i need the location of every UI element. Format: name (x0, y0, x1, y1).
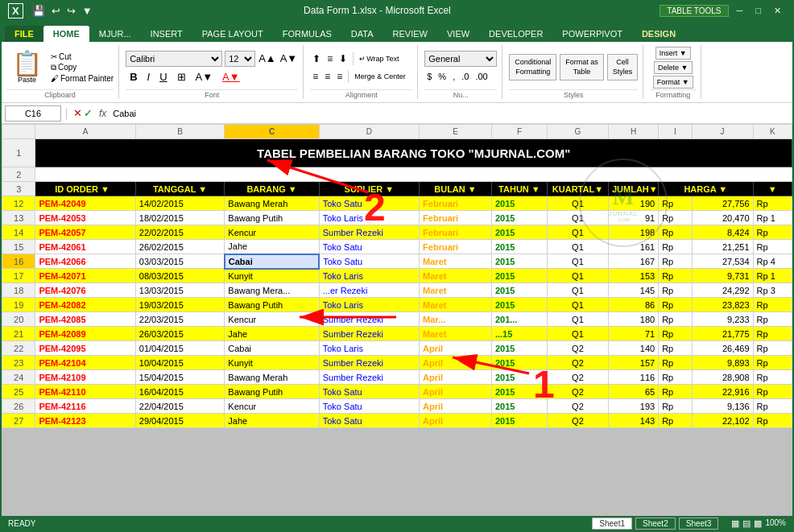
font-size-select[interactable]: 12 (225, 51, 255, 67)
wrap-text-btn[interactable]: ↵ Wrap Text (357, 52, 401, 65)
cell-suplier-20[interactable]: Sumber Rezeki (319, 312, 419, 327)
cell-id-13[interactable]: PEM-42053 (35, 211, 135, 225)
col-header-id[interactable]: ID ORDER ▼ (35, 182, 135, 196)
cell-jumlah-15[interactable]: 161 (608, 240, 658, 254)
cell-jumlah-12[interactable]: 190 (608, 196, 658, 211)
col-header-d[interactable]: D (319, 125, 419, 139)
cell-tanggal-22[interactable]: 01/04/2015 (135, 341, 225, 356)
cell-tahun-13[interactable]: 2015 (491, 211, 547, 225)
cancel-formula-btn[interactable]: ✕ (73, 107, 82, 119)
cell-harga-13[interactable]: 20,470 (692, 211, 753, 225)
col-header-kuartal[interactable]: KUARTAL▼ (547, 182, 608, 196)
cell-bulan-14[interactable]: Februari (420, 225, 492, 240)
tab-mjurnal[interactable]: MJUR... (89, 26, 141, 42)
cell-kuartal-26[interactable]: Q2 (547, 399, 608, 414)
increase-decimal-btn[interactable]: .00 (473, 69, 490, 84)
cell-kuartal-23[interactable]: Q2 (547, 356, 608, 370)
cell-id-17[interactable]: PEM-42071 (35, 269, 135, 283)
cell-barang-12[interactable]: Bawang Merah (225, 196, 319, 211)
cell-suplier-24[interactable]: Sumber Rezeki (319, 370, 419, 385)
conditional-formatting-btn[interactable]: Conditional Formatting (509, 54, 556, 80)
cell-barang-18[interactable]: Bawang Mera... (225, 283, 319, 298)
cut-button[interactable]: ✂Cut (51, 52, 114, 61)
cell-harga-23[interactable]: 9,893 (692, 356, 753, 370)
cell-bulan-27[interactable]: April (420, 414, 492, 428)
align-bottom-btn[interactable]: ⬇ (337, 51, 349, 67)
cell-kuartal-12[interactable]: Q1 (547, 196, 608, 211)
minimize-btn[interactable]: ─ (732, 6, 748, 15)
currency-btn[interactable]: $ (424, 69, 434, 84)
col-header-f[interactable]: F (491, 125, 547, 139)
cell-tanggal-19[interactable]: 19/03/2015 (135, 298, 225, 312)
cell-barang-19[interactable]: Bawang Putih (225, 298, 319, 312)
cell-id-23[interactable]: PEM-42104 (35, 356, 135, 370)
cell-harga-21[interactable]: 21,775 (692, 327, 753, 341)
cell-tanggal-20[interactable]: 22/03/2015 (135, 312, 225, 327)
cell-tanggal-25[interactable]: 16/04/2015 (135, 385, 225, 399)
cell-jumlah-26[interactable]: 193 (608, 399, 658, 414)
cell-jumlah-23[interactable]: 157 (608, 356, 658, 370)
cell-tahun-27[interactable]: 2015 (491, 414, 547, 428)
cell-jumlah-22[interactable]: 140 (608, 341, 658, 356)
cell-kuartal-16[interactable]: Q1 (547, 254, 608, 269)
cell-harga-15[interactable]: 21,251 (692, 240, 753, 254)
cell-kuartal-21[interactable]: Q1 (547, 327, 608, 341)
maximize-btn[interactable]: □ (751, 6, 766, 15)
format-painter-button[interactable]: 🖌Format Painter (51, 74, 114, 83)
sheet-tab-1[interactable]: Sheet1 (592, 518, 632, 530)
cell-harga-24[interactable]: 28,908 (692, 370, 753, 385)
comma-btn[interactable]: , (450, 69, 457, 84)
cell-kuartal-25[interactable]: Q2 (547, 385, 608, 399)
col-header-suplier[interactable]: SUPLIER ▼ (319, 182, 419, 196)
cell-tahun-24[interactable]: 2015 (491, 370, 547, 385)
cell-tahun-19[interactable]: 2015 (491, 298, 547, 312)
paste-button[interactable]: 📋 Paste (6, 49, 48, 86)
cell-tahun-25[interactable]: 2015 (491, 385, 547, 399)
percent-btn[interactable]: % (436, 69, 449, 84)
cell-suplier-14[interactable]: Sumber Rezeki (319, 225, 419, 240)
col-header-i[interactable]: I (659, 125, 692, 139)
cell-tahun-17[interactable]: 2015 (491, 269, 547, 283)
cell-kuartal-17[interactable]: Q1 (547, 269, 608, 283)
cell-id-18[interactable]: PEM-42076 (35, 283, 135, 298)
cell-bulan-16[interactable]: Maret (420, 254, 492, 269)
undo-btn[interactable]: ↩ (49, 5, 63, 17)
cell-kuartal-27[interactable]: Q2 (547, 414, 608, 428)
cell-jumlah-25[interactable]: 65 (608, 385, 658, 399)
cell-harga-12[interactable]: 27,756 (692, 196, 753, 211)
save-quick-btn[interactable]: 💾 (30, 5, 48, 17)
cell-id-14[interactable]: PEM-42057 (35, 225, 135, 240)
cell-jumlah-17[interactable]: 153 (608, 269, 658, 283)
cell-id-25[interactable]: PEM-42110 (35, 385, 135, 399)
delete-cells-btn[interactable]: Delete ▼ (654, 61, 692, 74)
cell-kuartal-13[interactable]: Q1 (547, 211, 608, 225)
cell-kuartal-19[interactable]: Q1 (547, 298, 608, 312)
merge-center-btn[interactable]: Merge & Center (352, 70, 408, 83)
cell-suplier-22[interactable]: Toko Laris (319, 341, 419, 356)
cell-barang-17[interactable]: Kunyit (225, 269, 319, 283)
cell-tanggal-26[interactable]: 22/04/2015 (135, 399, 225, 414)
cell-jumlah-24[interactable]: 116 (608, 370, 658, 385)
customize-btn[interactable]: ▼ (80, 5, 95, 17)
redo-btn[interactable]: ↪ (64, 5, 78, 17)
cell-barang-20[interactable]: Kencur (225, 312, 319, 327)
cell-harga-25[interactable]: 22,916 (692, 385, 753, 399)
tab-powerpivot[interactable]: POWERPIVOT (552, 26, 632, 42)
align-center-btn[interactable]: ≡ (322, 68, 333, 85)
tab-data[interactable]: DATA (341, 26, 383, 42)
close-btn[interactable]: ✕ (769, 6, 786, 16)
col-header-g[interactable]: G (547, 125, 608, 139)
cell-jumlah-19[interactable]: 86 (608, 298, 658, 312)
cell-tanggal-16[interactable]: 03/03/2015 (135, 254, 225, 269)
cell-tahun-16[interactable]: 2015 (491, 254, 547, 269)
font-color-btn[interactable]: A▼ (218, 69, 244, 85)
cell-harga-20[interactable]: 9,233 (692, 312, 753, 327)
cell-bulan-24[interactable]: April (420, 370, 492, 385)
cell-barang-26[interactable]: Kencur (225, 399, 319, 414)
cell-suplier-27[interactable]: Toko Satu (319, 414, 419, 428)
align-left-btn[interactable]: ≡ (310, 68, 320, 85)
tab-page-layout[interactable]: PAGE LAYOUT (192, 26, 273, 42)
cell-tanggal-12[interactable]: 14/02/2015 (135, 196, 225, 211)
cell-tanggal-17[interactable]: 08/03/2015 (135, 269, 225, 283)
align-top-btn[interactable]: ⬆ (310, 51, 323, 67)
